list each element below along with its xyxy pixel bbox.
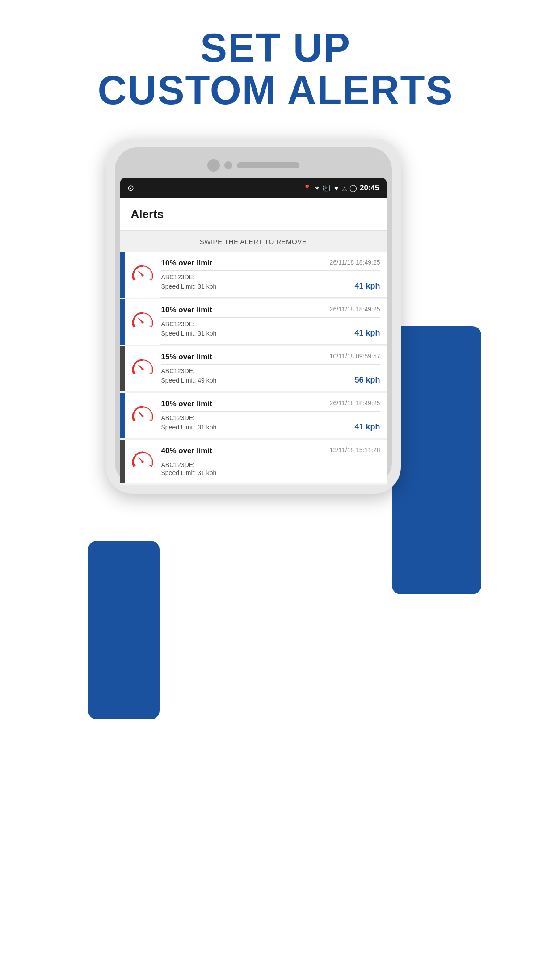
battery-icon: ◯ — [349, 184, 357, 192]
speedometer-icon — [131, 311, 154, 334]
status-time: 20:45 — [360, 184, 379, 193]
alert-item[interactable]: 40% over limit 13/11/18 15:11:28 ABC123D… — [120, 440, 387, 483]
phone-screen: ⊙ 📍 ✶ 📳 ▼ △ ◯ 20:45 Alerts — [120, 178, 387, 485]
alert-stripe — [120, 252, 125, 298]
svg-point-7 — [141, 321, 143, 323]
decorative-shape-left — [88, 541, 160, 719]
alert-title: 10% over limit — [161, 306, 212, 315]
alert-vehicle: ABC123DE: — [161, 273, 380, 281]
alert-item[interactable]: 10% over limit 26/11/18 18:49:25 ABC123D… — [120, 299, 387, 345]
phone-mockup: ⊙ 📍 ✶ 📳 ▼ △ ◯ 20:45 Alerts — [106, 139, 401, 494]
alert-stripe — [120, 346, 125, 391]
alert-icon-wrap — [125, 393, 160, 438]
decorative-shape-right — [392, 326, 481, 594]
speedometer-icon — [131, 450, 154, 473]
alert-icon-wrap — [125, 299, 160, 345]
alert-speed-limit: Speed Limit: 31 kph — [161, 283, 217, 290]
page-title: SET UP CUSTOM ALERTS — [0, 27, 551, 111]
bluetooth-icon: ✶ — [314, 184, 320, 193]
alert-stripe — [120, 393, 125, 438]
alert-top-row: 10% over limit 26/11/18 18:49:25 — [161, 306, 380, 315]
svg-point-15 — [141, 415, 143, 417]
screen-title: Alerts — [131, 207, 376, 221]
alert-date: 26/11/18 18:49:25 — [330, 400, 380, 407]
alert-divider — [161, 317, 380, 318]
alert-content: 15% over limit 10/11/18 09:59:57 ABC123D… — [160, 346, 387, 391]
alert-date: 13/11/18 15:11:28 — [330, 446, 380, 454]
alert-item[interactable]: 10% over limit 26/11/18 18:49:25 ABC123D… — [120, 252, 387, 298]
camera-dot — [224, 161, 232, 169]
alert-date: 26/11/18 18:49:25 — [330, 259, 380, 266]
alert-top-row: 40% over limit 13/11/18 15:11:28 — [161, 446, 380, 455]
alert-divider — [161, 364, 380, 365]
alert-bottom-row: Speed Limit: 31 kph 41 kph — [161, 422, 380, 432]
signal-icon: △ — [342, 185, 347, 192]
alert-title: 10% over limit — [161, 259, 212, 268]
alert-list: 10% over limit 26/11/18 18:49:25 ABC123D… — [120, 252, 387, 483]
alert-speed-limit: Speed Limit: 31 kph — [161, 424, 217, 431]
alert-content: 10% over limit 26/11/18 18:49:25 ABC123D… — [160, 393, 387, 438]
speedometer-icon — [131, 358, 154, 381]
alert-stripe — [120, 440, 125, 483]
alert-item[interactable]: 10% over limit 26/11/18 18:49:25 ABC123D… — [120, 393, 387, 438]
svg-point-19 — [141, 460, 143, 463]
alert-top-row: 10% over limit 26/11/18 18:49:25 — [161, 259, 380, 268]
speaker-bar — [237, 162, 299, 168]
alert-item[interactable]: 15% over limit 10/11/18 09:59:57 ABC123D… — [120, 346, 387, 391]
alert-vehicle: ABC123DE: — [161, 367, 380, 374]
alert-divider — [161, 270, 380, 271]
alert-speed-value: 41 kph — [354, 282, 380, 291]
alert-vehicle: ABC123DE: — [161, 320, 380, 328]
wifi-icon: ▼ — [333, 185, 340, 192]
status-bar: ⊙ 📍 ✶ 📳 ▼ △ ◯ 20:45 — [120, 178, 387, 198]
alert-stripe — [120, 299, 125, 345]
alert-title: 15% over limit — [161, 353, 212, 362]
alert-bottom-row: Speed Limit: 49 kph 56 kph — [161, 375, 380, 385]
page-header: SET UP CUSTOM ALERTS — [0, 0, 551, 125]
alert-bottom-row: Speed Limit: 31 kph — [161, 469, 380, 476]
alert-speed-value: 56 kph — [354, 375, 380, 385]
app-header: Alerts — [120, 198, 387, 231]
svg-point-11 — [141, 368, 143, 370]
alert-top-row: 10% over limit 26/11/18 18:49:25 — [161, 400, 380, 408]
status-right: 📍 ✶ 📳 ▼ △ ◯ 20:45 — [303, 184, 379, 193]
location-icon: 📍 — [303, 184, 311, 192]
alert-content: 10% over limit 26/11/18 18:49:25 ABC123D… — [160, 252, 387, 298]
alert-icon-wrap — [125, 440, 160, 483]
alert-vehicle: ABC123DE: — [161, 414, 380, 421]
alert-content: 40% over limit 13/11/18 15:11:28 ABC123D… — [160, 440, 387, 483]
alert-title: 10% over limit — [161, 400, 212, 408]
alert-speed-limit: Speed Limit: 49 kph — [161, 377, 217, 384]
svg-point-3 — [141, 274, 143, 276]
alert-icon-wrap — [125, 346, 160, 391]
target-icon: ⊙ — [127, 183, 134, 193]
alert-divider — [161, 411, 380, 412]
alert-date: 26/11/18 18:49:25 — [330, 306, 380, 313]
alert-icon-wrap — [125, 252, 160, 298]
alert-top-row: 15% over limit 10/11/18 09:59:57 — [161, 353, 380, 362]
swipe-hint: SWIPE THE ALERT TO REMOVE — [120, 231, 387, 252]
alert-content: 10% over limit 26/11/18 18:49:25 ABC123D… — [160, 299, 387, 345]
alert-speed-limit: Speed Limit: 31 kph — [161, 330, 217, 337]
camera-lens — [207, 159, 220, 172]
alert-speed-limit: Speed Limit: 31 kph — [161, 469, 217, 476]
alert-title: 40% over limit — [161, 446, 212, 455]
alert-divider — [161, 458, 380, 458]
speedometer-icon — [131, 264, 154, 287]
alert-speed-value: 41 kph — [354, 422, 380, 432]
alert-bottom-row: Speed Limit: 31 kph 41 kph — [161, 328, 380, 338]
vibrate-icon: 📳 — [323, 185, 330, 192]
alert-vehicle: ABC123DE: — [161, 461, 380, 468]
status-left: ⊙ — [127, 183, 134, 193]
alert-speed-value: 41 kph — [354, 328, 380, 338]
phone-top-bar — [120, 153, 387, 178]
alert-bottom-row: Speed Limit: 31 kph 41 kph — [161, 282, 380, 291]
speedometer-icon — [131, 404, 154, 428]
alert-date: 10/11/18 09:59:57 — [330, 353, 380, 360]
